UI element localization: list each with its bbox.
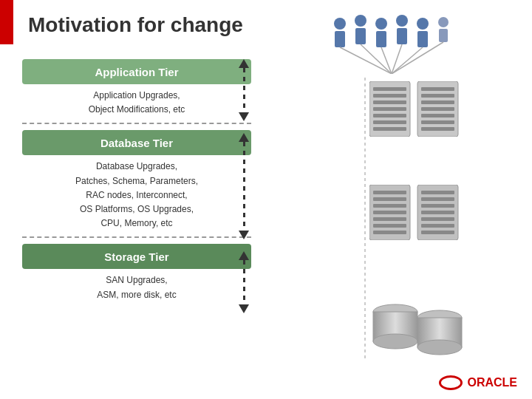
- svg-rect-43: [421, 191, 454, 194]
- people-svg: [325, 15, 473, 74]
- svg-rect-9: [417, 31, 428, 47]
- svg-rect-39: [373, 217, 406, 221]
- svg-point-52: [373, 334, 417, 349]
- svg-rect-49: [421, 231, 454, 234]
- database-tier-desc: Database Upgrades, Patches, Schema, Para…: [22, 160, 251, 231]
- right-imagery: [310, 15, 517, 384]
- svg-rect-44: [421, 197, 454, 201]
- storage-tier-label: Storage Tier: [22, 244, 251, 269]
- svg-rect-28: [421, 94, 454, 98]
- server-rack-1: [369, 81, 466, 137]
- arrow-up-2: [239, 133, 249, 142]
- svg-rect-21: [373, 100, 406, 104]
- svg-point-6: [396, 15, 408, 27]
- svg-point-2: [355, 15, 366, 27]
- svg-rect-36: [373, 197, 406, 201]
- svg-point-55: [417, 340, 462, 355]
- dotted-line-1: [243, 68, 245, 112]
- arrow-down-3: [239, 304, 249, 313]
- svg-rect-3: [355, 28, 366, 44]
- svg-point-8: [417, 18, 429, 30]
- svg-rect-23: [373, 114, 406, 117]
- arrow-down-2: [239, 231, 249, 239]
- database-tier-label: Database Tier: [22, 130, 251, 155]
- arrow-up-top: [239, 59, 249, 68]
- svg-rect-35: [373, 191, 406, 194]
- people-group: [325, 15, 473, 74]
- divider-2: [22, 236, 251, 238]
- server-rack-2: [369, 185, 466, 240]
- svg-rect-19: [373, 87, 406, 91]
- red-accent-bar: [0, 0, 13, 44]
- dotted-line-3: [243, 260, 245, 304]
- storage-tier-desc: SAN Upgrades, ASM, more disk, etc: [22, 273, 251, 301]
- svg-rect-7: [397, 28, 407, 44]
- svg-rect-20: [373, 94, 406, 98]
- svg-rect-5: [376, 31, 386, 47]
- svg-point-4: [375, 18, 387, 30]
- db-tier-servers: [369, 185, 466, 240]
- svg-rect-11: [439, 29, 448, 42]
- svg-rect-32: [421, 120, 454, 124]
- oracle-ellipse: [439, 375, 463, 390]
- tiers-container: Application Tier Application Upgrades, O…: [22, 59, 251, 305]
- svg-rect-46: [421, 211, 454, 214]
- svg-rect-31: [421, 114, 454, 117]
- svg-line-17: [392, 42, 443, 74]
- svg-line-13: [361, 44, 392, 74]
- page-title: Motivation for change: [28, 13, 243, 37]
- svg-point-0: [334, 18, 346, 30]
- arrow-up-3: [239, 251, 249, 260]
- svg-rect-37: [373, 204, 406, 208]
- divider-1: [22, 123, 251, 124]
- svg-rect-1: [335, 31, 345, 47]
- svg-rect-24: [373, 120, 406, 124]
- app-tier-servers: [369, 81, 466, 137]
- svg-rect-48: [421, 224, 454, 228]
- svg-line-12: [340, 47, 392, 74]
- oracle-text: ORACLE: [467, 376, 517, 389]
- storage-cylinders: [369, 303, 473, 365]
- right-connector-line: [358, 78, 372, 358]
- oracle-logo: ORACLE: [439, 375, 517, 390]
- svg-rect-38: [373, 211, 406, 214]
- svg-rect-22: [373, 107, 406, 111]
- svg-rect-29: [421, 100, 454, 104]
- svg-rect-30: [421, 107, 454, 111]
- dotted-line-2: [243, 142, 245, 231]
- arrow-down-1: [239, 112, 249, 121]
- arrow-column: [233, 59, 255, 313]
- svg-point-10: [438, 17, 449, 27]
- svg-rect-45: [421, 204, 454, 208]
- svg-rect-33: [421, 127, 454, 131]
- storage-svg: [369, 303, 473, 362]
- application-tier-desc: Application Upgrades, Object Modificatio…: [22, 89, 251, 117]
- svg-rect-25: [373, 127, 406, 131]
- application-tier-label: Application Tier: [22, 59, 251, 84]
- svg-rect-40: [373, 224, 406, 228]
- svg-rect-41: [373, 231, 406, 234]
- svg-rect-47: [421, 217, 454, 221]
- svg-rect-27: [421, 87, 454, 91]
